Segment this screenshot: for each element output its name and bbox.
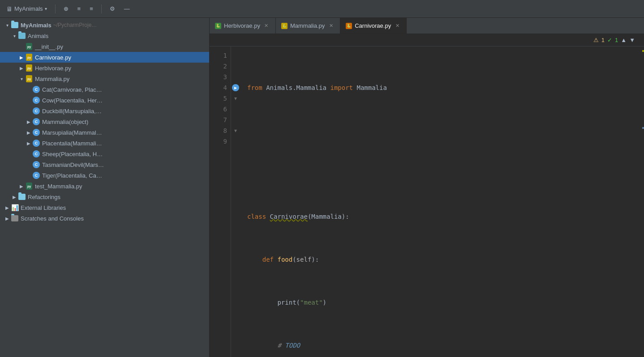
code-line-4: class Carnivorae(Mammalia): bbox=[247, 211, 630, 222]
tab-herbivorae[interactable]: 🐍 Herbivorae.py ✕ bbox=[210, 18, 276, 34]
sidebar-item-cow[interactable]: C Cow(Placentalia, Her… bbox=[0, 95, 209, 106]
separator2 bbox=[101, 4, 102, 13]
root-name: MyAnimals bbox=[21, 22, 52, 29]
chevron-icon: ▾ bbox=[4, 21, 11, 29]
no-chevron bbox=[25, 150, 32, 157]
sidebar-item-scratches[interactable]: ▶ Scratches and Consoles bbox=[0, 213, 209, 224]
class-icon: C bbox=[32, 118, 40, 126]
root-path: ~/PycharmProje… bbox=[53, 22, 97, 28]
code-editor[interactable]: 1 2 3 4 5 6 7 8 9 ▶ bbox=[210, 47, 644, 357]
line-num-4: 4 bbox=[210, 82, 227, 93]
class-label: Placentalia(Mammali… bbox=[42, 140, 102, 147]
class-label: Sheep(Placentalia, H… bbox=[42, 151, 103, 157]
line-num-6: 6 bbox=[210, 104, 227, 115]
collapse-icon[interactable]: ≡ bbox=[87, 4, 96, 14]
sidebar-item-marsupialia[interactable]: ▶ C Marsupialia(Mammal… bbox=[0, 127, 209, 138]
tab-label: Herbivorae.py bbox=[224, 22, 260, 29]
gutter-4[interactable]: ▶ bbox=[231, 82, 240, 93]
close-tab-button[interactable]: ✕ bbox=[327, 22, 335, 30]
chevron-icon: ▶ bbox=[11, 193, 18, 200]
nav-up-arrow[interactable]: ▲ bbox=[621, 37, 627, 43]
close-tab-button[interactable]: ✕ bbox=[263, 22, 270, 30]
sidebar-item-carnivorae[interactable]: ▶ py Carnivorae.py bbox=[0, 52, 209, 63]
gutter-8[interactable]: ▾ bbox=[231, 125, 240, 136]
sidebar-item-herbivorae[interactable]: ▶ py Herbivorae.py bbox=[0, 63, 209, 73]
tab-label: Carnivorae.py bbox=[355, 22, 391, 29]
tab-mammalia[interactable]: 🐍 Mammalia.py ✕ bbox=[276, 18, 340, 34]
class-icon: C bbox=[32, 150, 40, 158]
line-num-3: 3 bbox=[210, 72, 227, 82]
file-label: Carnivorae.py bbox=[35, 54, 71, 61]
folder-label: Animals bbox=[28, 33, 48, 39]
check-icon: ✓ bbox=[607, 37, 612, 43]
sidebar-item-init[interactable]: py __init__.py bbox=[0, 41, 209, 52]
sidebar-item-ext-libraries[interactable]: ▶ 📊 External Libraries bbox=[0, 202, 209, 213]
gutter-3 bbox=[231, 72, 240, 82]
chevron-icon: ▶ bbox=[4, 215, 11, 222]
class-icon: C bbox=[32, 96, 40, 104]
sidebar-item-cat[interactable]: C Cat(Carnivorae, Plac… bbox=[0, 84, 209, 95]
sidebar-item-myanimals[interactable]: ▾ MyAnimals ~/PycharmProje… bbox=[0, 20, 209, 30]
editor-area: 🐍 Herbivorae.py ✕ 🐍 Mammalia.py ✕ 🐍 Carn… bbox=[210, 18, 644, 357]
project-icon: 🖥 bbox=[6, 5, 13, 13]
settings-icon[interactable]: ⚙ bbox=[107, 4, 118, 14]
tab-carnivorae[interactable]: 🐍 Carnivorae.py ✕ bbox=[340, 18, 407, 34]
line-num-1: 1 bbox=[210, 50, 227, 61]
minimize-icon[interactable]: — bbox=[121, 4, 133, 14]
sidebar-item-mammalia-class[interactable]: ▶ C Mammalia(object) bbox=[0, 116, 209, 127]
sidebar-item-test-mammalia[interactable]: ▶ py test_Mammalia.py bbox=[0, 181, 209, 191]
class-label: Tiger(Placentalia, Ca… bbox=[42, 172, 102, 179]
header-icons: ⚠ 1 ✓ 1 ▲ ▼ bbox=[593, 37, 640, 43]
nav-down-arrow[interactable]: ▼ bbox=[629, 37, 635, 43]
warning-marker bbox=[642, 50, 644, 52]
tab-label: Mammalia.py bbox=[290, 22, 325, 29]
layout-icon[interactable]: ≡ bbox=[75, 4, 84, 14]
ext-lib-icon: 📊 bbox=[11, 204, 19, 212]
sidebar-item-duckbill[interactable]: C Duckbill(Marsupialia,… bbox=[0, 106, 209, 116]
right-gutter bbox=[637, 47, 644, 357]
code-line-2 bbox=[247, 125, 630, 136]
file-tree: ▾ MyAnimals ~/PycharmProje… ▾ Animals bbox=[0, 18, 209, 357]
py-icon: 🐍 bbox=[346, 23, 352, 29]
code-content[interactable]: from Animals.Mammalia import Mammalia cl… bbox=[240, 47, 637, 357]
sidebar-item-placentalia[interactable]: ▶ C Placentalia(Mammali… bbox=[0, 138, 209, 149]
sidebar-item-refactorings[interactable]: ▶ Refactorings bbox=[0, 191, 209, 202]
chevron-icon: ▶ bbox=[25, 118, 32, 125]
no-chevron bbox=[25, 97, 32, 104]
add-icon[interactable]: ⊕ bbox=[61, 4, 71, 14]
sidebar-item-animals[interactable]: ▾ Animals bbox=[0, 30, 209, 41]
code-line-3 bbox=[247, 168, 630, 179]
class-icon: C bbox=[32, 128, 40, 136]
scratch-icon bbox=[11, 214, 19, 222]
code-line-6: print("meat") bbox=[247, 297, 630, 308]
project-button[interactable]: 🖥 MyAnimals ▾ bbox=[4, 4, 50, 14]
py-file-icon: py bbox=[25, 53, 33, 61]
chevron-icon: ▶ bbox=[18, 183, 25, 190]
sidebar-item-sheep[interactable]: C Sheep(Placentalia, H… bbox=[0, 149, 209, 159]
py-icon: 🐍 bbox=[281, 23, 288, 29]
warning-icon[interactable]: ⚠ bbox=[593, 37, 599, 43]
no-chevron bbox=[25, 172, 32, 179]
close-tab-button[interactable]: ✕ bbox=[394, 22, 401, 30]
folder-icon bbox=[11, 21, 19, 29]
fold-icon: ▾ bbox=[234, 95, 237, 102]
no-chevron bbox=[25, 107, 32, 115]
run-glyph[interactable]: ▶ bbox=[232, 84, 239, 91]
chevron-icon: ▶ bbox=[25, 140, 32, 147]
file-label: __init__.py bbox=[35, 43, 63, 50]
file-label: Mammalia.py bbox=[35, 76, 69, 82]
gutter: ▶ ▾ ▾ bbox=[231, 47, 240, 357]
gutter-6 bbox=[231, 104, 240, 115]
sidebar-item-mammalia[interactable]: ▾ py Mammalia.py bbox=[0, 73, 209, 84]
py-icon: 🐍 bbox=[215, 23, 221, 29]
line-num-5: 5 bbox=[210, 93, 227, 104]
line-numbers: 1 2 3 4 5 6 7 8 9 bbox=[210, 47, 231, 357]
sidebar-item-tasmaniandevil[interactable]: C TasmanianDevil(Mars… bbox=[0, 159, 209, 170]
class-icon: C bbox=[32, 139, 40, 147]
chevron-icon: ▶ bbox=[18, 64, 25, 72]
gutter-5[interactable]: ▾ bbox=[231, 93, 240, 104]
sidebar-item-tiger[interactable]: C Tiger(Placentalia, Ca… bbox=[0, 170, 209, 181]
project-label: MyAnimals bbox=[14, 5, 43, 12]
tabs-bar: 🐍 Herbivorae.py ✕ 🐍 Mammalia.py ✕ 🐍 Carn… bbox=[210, 18, 644, 34]
check-count: 1 bbox=[615, 37, 618, 43]
